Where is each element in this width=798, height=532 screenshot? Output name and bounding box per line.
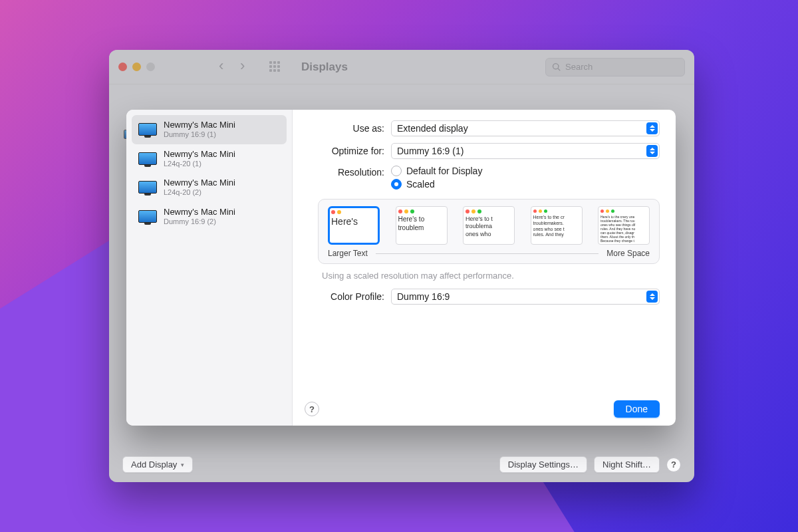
stepper-icon	[646, 291, 658, 303]
resolution-scale-picker: Here's Here's to troublem Here's to t tr…	[318, 199, 660, 264]
add-display-button[interactable]: Add Display ▾	[122, 456, 193, 473]
stepper-icon	[646, 145, 658, 157]
scale-preview-text: Here's to the cr	[533, 215, 580, 221]
monitor-icon	[138, 210, 157, 223]
help-button[interactable]: ?	[666, 458, 681, 472]
bottom-toolbar: Add Display ▾ Display Settings… Night Sh…	[109, 456, 694, 473]
display-item-subtitle: Dummy 16:9 (1)	[164, 130, 235, 139]
color-profile-value: Dummy 16:9	[397, 291, 450, 302]
system-prefs-window: ‹ › Displays Search Add Display ▾ Displa…	[109, 50, 694, 482]
scale-option-4[interactable]: Here's to the cr troublemakers. ones who…	[531, 206, 583, 245]
display-settings-button[interactable]: Display Settings…	[499, 456, 587, 473]
resolution-default-label: Default for Display	[406, 166, 482, 176]
resolution-label: Resolution:	[305, 166, 384, 178]
radio-icon	[391, 179, 402, 190]
resolution-scaled-radio[interactable]: Scaled	[391, 179, 660, 190]
scale-preview-text: troublema	[466, 223, 512, 230]
scale-label-larger: Larger Text	[328, 249, 368, 258]
optimize-for-label: Optimize for:	[305, 146, 384, 156]
use-as-select[interactable]: Extended display	[391, 120, 660, 136]
use-as-value: Extended display	[397, 123, 468, 134]
scale-option-1[interactable]: Here's	[328, 206, 380, 245]
add-display-label: Add Display	[131, 460, 177, 469]
scale-preview-text: Here's	[331, 216, 376, 228]
scale-preview-text: Because they change t	[600, 239, 647, 243]
chevron-down-icon: ▾	[181, 462, 184, 468]
scale-divider	[376, 253, 598, 254]
scale-preview-text: ones who see t	[533, 227, 580, 233]
monitor-icon	[138, 181, 157, 194]
display-settings-sheet: Newmy's Mac Mini Dummy 16:9 (1) Newmy's …	[126, 110, 676, 426]
display-item-1[interactable]: Newmy's Mac Mini L24q-20 (1)	[132, 144, 287, 174]
sheet-help-button[interactable]: ?	[305, 402, 319, 416]
scale-option-5[interactable]: Here's to the crazy one troublemakers. T…	[598, 206, 650, 245]
display-item-title: Newmy's Mac Mini	[164, 178, 235, 188]
scale-option-2[interactable]: Here's to troublem	[396, 206, 448, 245]
scale-preview-text: troublemakers.	[533, 221, 580, 227]
optimize-for-select[interactable]: Dummy 16:9 (1)	[391, 143, 660, 159]
monitor-icon	[138, 123, 157, 136]
display-settings-content: Use as: Extended display Optimize for: D…	[293, 110, 676, 426]
display-item-subtitle: L24q-20 (2)	[164, 188, 235, 197]
monitor-icon	[138, 152, 157, 165]
use-as-label: Use as:	[305, 123, 384, 134]
display-item-title: Newmy's Mac Mini	[164, 207, 235, 217]
scale-label-more: More Space	[606, 249, 650, 258]
display-item-title: Newmy's Mac Mini	[164, 120, 235, 130]
display-settings-label: Display Settings…	[508, 460, 579, 469]
done-button[interactable]: Done	[614, 400, 660, 418]
display-item-title: Newmy's Mac Mini	[164, 150, 235, 160]
sheet-footer: ? Done	[305, 400, 660, 418]
display-item-subtitle: Dummy 16:9 (2)	[164, 217, 235, 226]
performance-note: Using a scaled resolution may affect per…	[322, 271, 660, 281]
color-profile-label: Color Profile:	[305, 291, 384, 302]
color-profile-select[interactable]: Dummy 16:9	[391, 289, 660, 305]
display-list-sidebar: Newmy's Mac Mini Dummy 16:9 (1) Newmy's …	[126, 110, 293, 426]
scale-preview-text: troublem	[398, 224, 445, 233]
scale-option-3[interactable]: Here's to t troublema ones who	[463, 206, 515, 245]
night-shift-button[interactable]: Night Shift…	[594, 456, 660, 473]
night-shift-label: Night Shift…	[602, 460, 651, 469]
display-item-2[interactable]: Newmy's Mac Mini L24q-20 (2)	[132, 173, 287, 202]
resolution-scaled-label: Scaled	[406, 179, 435, 190]
scale-preview-text: ones who	[466, 231, 512, 238]
stepper-icon	[646, 122, 658, 134]
scale-preview-text: Here's to	[398, 215, 445, 224]
radio-icon	[391, 166, 402, 176]
scale-preview-text: Here's to t	[466, 215, 512, 223]
resolution-default-radio[interactable]: Default for Display	[391, 166, 660, 176]
optimize-for-value: Dummy 16:9 (1)	[397, 146, 464, 156]
display-item-subtitle: L24q-20 (1)	[164, 160, 235, 168]
scale-preview-text: rules. And they	[533, 232, 580, 238]
display-item-3[interactable]: Newmy's Mac Mini Dummy 16:9 (2)	[132, 202, 287, 231]
display-item-0[interactable]: Newmy's Mac Mini Dummy 16:9 (1)	[132, 115, 287, 144]
